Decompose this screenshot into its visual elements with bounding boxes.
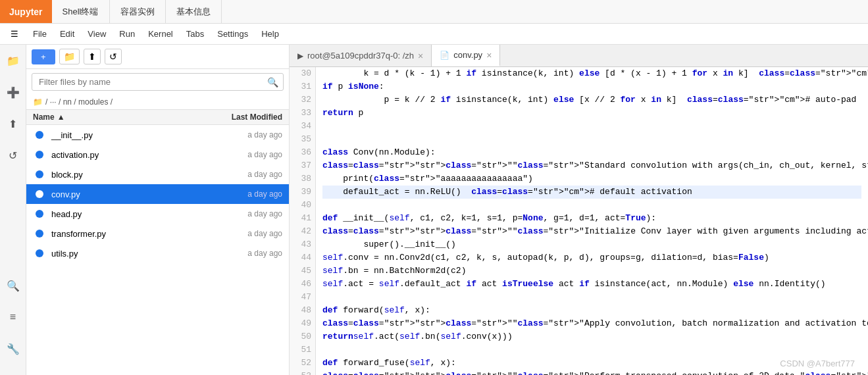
line-number: 36 [294,146,311,159]
hamburger-icon[interactable]: ☰ [5,25,24,43]
puzzle-icon[interactable]: 🔧 [3,338,24,359]
new-button[interactable]: + [32,49,55,64]
line-number: 44 [294,251,311,264]
menu-view[interactable]: View [81,24,113,44]
upload-icon[interactable]: ⬆ [3,113,24,134]
line-number: 42 [294,225,311,238]
file-item[interactable]: __init__.py a day ago [26,125,289,145]
file-name: activation.py [51,150,247,160]
file-item[interactable]: activation.py a day ago [26,145,289,164]
svg-point-3 [36,190,43,198]
layers-icon[interactable]: ≡ [3,307,24,328]
code-content[interactable]: k = d * (k - 1) + 1 if isinstance(k, int… [316,67,868,375]
file-name: utils.py [51,249,247,259]
container-tab[interactable]: 容器实例 [110,0,166,23]
plus-circle-icon[interactable]: ➕ [3,82,24,103]
code-line: return p [322,107,861,120]
name-label: Name [33,113,55,122]
main-layout: 📁 ➕ ⬆ ↺ 🔍 ≡ 🔧 + 📁 ⬆ ↺ 🔍 [0,45,868,375]
line-number: 35 [294,133,311,146]
code-line: class=class="str">"str">class="str">""cl… [322,225,861,238]
upload-button[interactable]: ⬆ [84,49,101,64]
code-line: p = k // 2 if isinstance(k, int) else [x… [322,93,861,107]
code-editor[interactable]: 3031323334353637383940414243444546474849… [290,67,868,375]
code-line [322,291,861,304]
tab-icon: ▶ [297,51,303,61]
file-type-icon [33,247,46,260]
name-column-header[interactable]: Name ▲ [33,113,217,122]
file-date: a day ago [247,189,282,199]
line-number: 31 [294,80,311,93]
file-date: a day ago [247,209,282,218]
menu-tabs[interactable]: Tabs [180,24,211,44]
line-number: 51 [294,343,311,357]
search-box: 🔍 [32,73,284,91]
line-number: 40 [294,199,311,212]
menu-kernel[interactable]: Kernel [141,24,180,44]
menu-run[interactable]: Run [113,24,141,44]
file-name: block.py [51,170,247,180]
file-type-icon [33,207,46,220]
code-line [322,343,861,357]
search-icon[interactable]: 🔍 [3,275,24,296]
menu-file[interactable]: File [26,24,53,44]
svg-point-0 [36,131,43,139]
file-item[interactable]: head.py a day ago [26,204,289,224]
editor-tab[interactable]: 📄 conv.py × [432,45,500,66]
file-item[interactable]: block.py a day ago [26,164,289,184]
file-item[interactable]: conv.py a day ago [26,184,289,204]
code-line: class Conv(nn.Module): [322,146,861,159]
menu-settings[interactable]: Settings [211,24,255,44]
line-number: 34 [294,120,311,133]
menu-edit[interactable]: Edit [53,24,81,44]
code-line: self.act = self.default_act if act is Tr… [322,278,861,291]
file-type-icon [33,148,46,161]
line-number: 47 [294,291,311,304]
file-item[interactable]: transformer.py a day ago [26,224,289,243]
breadcrumb: 📁 / ··· / nn / modules / [26,95,289,109]
code-line [322,199,861,212]
file-date: a day ago [247,150,282,159]
code-line [322,133,861,146]
tab-close-button[interactable]: × [418,51,423,61]
line-number: 37 [294,159,311,172]
folder-icon[interactable]: 📁 [3,50,24,71]
editor-tab[interactable]: ▶ root@5a109cpddr37q-0: /zh × [290,45,432,66]
line-number: 50 [294,330,311,343]
file-list: __init__.py a day ago activation.py a da… [26,125,289,375]
tab-icon: 📄 [440,51,449,60]
code-line: print(class="str">"aaaaaaaaaaaaaaaa") [322,172,861,186]
menu-help[interactable]: Help [255,24,286,44]
line-number: 41 [294,212,311,225]
editor-area: ▶ root@5a109cpddr37q-0: /zh × 📄 conv.py … [290,45,868,375]
sidebar-toolbar: + 📁 ⬆ ↺ [26,45,289,69]
code-line: if p is None: [322,80,861,93]
folder-icon: 📁 [33,97,43,107]
svg-point-2 [36,170,43,178]
info-tab[interactable]: 基本信息 [166,0,222,23]
editor-tabs: ▶ root@5a109cpddr37q-0: /zh × 📄 conv.py … [290,45,868,67]
refresh-icon[interactable]: ↺ [3,145,24,166]
code-line: class=class="str">"str">class="str">""cl… [322,159,861,172]
shell-tab[interactable]: Shell终端 [52,0,110,23]
tab-close-button[interactable]: × [486,50,492,61]
sort-icon: ▲ [57,113,65,122]
modified-column-header[interactable]: Last Modified [217,113,282,122]
file-type-icon [33,128,46,141]
line-number: 49 [294,317,311,330]
line-number: 52 [294,357,311,370]
file-list-header: Name ▲ Last Modified [26,109,289,125]
file-date: a day ago [247,170,282,179]
file-sidebar: + 📁 ⬆ ↺ 🔍 📁 / ··· / nn / modules / Name [26,45,290,375]
search-input[interactable] [32,73,284,91]
plus-icon: + [41,52,46,62]
file-item[interactable]: utils.py a day ago [26,243,289,263]
file-date: a day ago [247,249,282,258]
refresh-button[interactable]: ↺ [105,49,122,64]
folder-button[interactable]: 📁 [59,49,80,64]
line-number: 38 [294,172,311,186]
file-type-icon [33,188,46,201]
line-number: 46 [294,278,311,291]
search-icon: 🔍 [267,77,278,88]
line-number: 53 [294,370,311,375]
